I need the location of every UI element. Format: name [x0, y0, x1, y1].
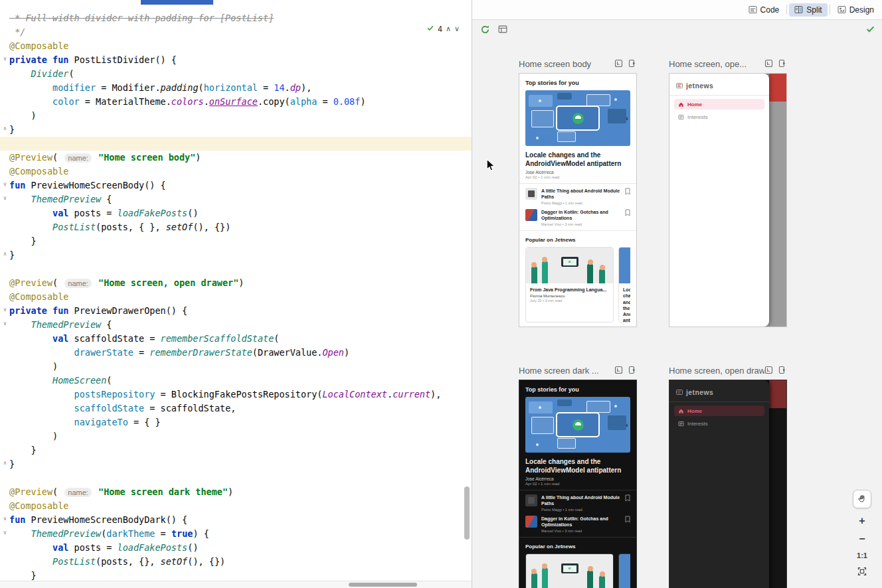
code-line: } [0, 234, 472, 248]
code-token: ThemedPreview [31, 319, 102, 330]
post-item[interactable]: Dagger in Kotlin: Gotchas and Optimizati… [525, 209, 630, 226]
preview-card[interactable]: Home screen bodyTop stories for you‹Loca… [519, 58, 637, 327]
code-token: . [285, 82, 290, 93]
fold-marker-icon[interactable]: ∨ [1, 56, 9, 62]
code-token: current [393, 389, 430, 400]
code-token: postsRepository [74, 389, 155, 400]
run-preview-icon[interactable] [628, 59, 637, 68]
popular-card[interactable]: «From Java Programming Langua...Florina … [525, 553, 614, 588]
fold-marker-icon[interactable]: ∨ [1, 530, 9, 536]
bookmark-icon[interactable] [625, 516, 630, 523]
horizontal-scrollbar[interactable] [0, 581, 472, 588]
build-refresh-icon[interactable] [480, 25, 490, 35]
decor [599, 269, 605, 283]
next-issue-icon[interactable]: ∨ [454, 25, 460, 33]
decor: « [561, 563, 578, 573]
decor [764, 59, 773, 68]
code-token: dp [290, 82, 301, 93]
code-token: val [52, 208, 74, 218]
fold-marker-icon[interactable]: ∨ [1, 321, 9, 327]
code-area[interactable]: * Full-width divider with padding for [P… [0, 0, 472, 581]
drawer-preview: jetnewsHomeInterests [669, 74, 786, 327]
preview-card[interactable]: Home screen, ope...jetnewsHomeInterests [669, 58, 787, 327]
pan-hand-icon[interactable] [853, 490, 871, 508]
preview-card[interactable]: Home screen dark ...Top stories for you‹… [519, 365, 637, 588]
prev-issue-icon[interactable]: ∧ [446, 25, 451, 33]
view-mode-split[interactable]: Split [789, 3, 827, 17]
interactive-preview-icon[interactable] [614, 366, 624, 375]
code-token: LocalContext [322, 389, 387, 400]
inspections-widget[interactable]: 4 ∧ ∨ [424, 23, 462, 35]
interactive-preview-icon[interactable] [614, 59, 624, 68]
drawer-item-home[interactable]: Home [674, 405, 764, 416]
fold-marker-icon[interactable]: ∨ [1, 195, 9, 201]
view-mode-code[interactable]: Code [743, 3, 785, 17]
layout-options-icon[interactable] [498, 25, 507, 34]
run-preview-icon[interactable] [778, 366, 787, 375]
fold-marker-icon[interactable]: ∧ [1, 251, 9, 257]
post-item[interactable]: A little Thing about Android Module Path… [525, 494, 630, 512]
zoom-out-button[interactable]: − [859, 534, 865, 544]
fold-marker-icon[interactable]: ∧ [1, 460, 9, 466]
run-preview-icon[interactable] [628, 366, 637, 375]
preview-card[interactable]: Home screen, open drawer dar...jetnewsHo… [669, 365, 787, 588]
decor [573, 113, 584, 124]
fold-marker-icon[interactable]: ∨ [1, 181, 9, 187]
bookmark-icon[interactable] [625, 209, 630, 216]
code-token: = { } [128, 417, 161, 427]
decor [542, 567, 548, 588]
code-editor[interactable]: * Full-width divider with padding for [P… [0, 0, 472, 588]
code-token: PreviewHomeScreenBodyDark() { [31, 514, 188, 525]
zoom-in-button[interactable]: + [859, 516, 865, 526]
decor [749, 5, 757, 14]
code-line: private fun PostListDivider() { [0, 53, 472, 67]
decor [838, 5, 846, 14]
code-line: * Full-width divider with padding for [P… [0, 11, 472, 25]
code-token [9, 417, 74, 427]
run-preview-icon[interactable] [778, 59, 787, 68]
popular-row: «From Java Programming Langua...Florina … [525, 553, 630, 588]
scrollbar-thumb[interactable] [349, 583, 417, 587]
compose-preview-panel: Home screen bodyTop stories for you‹Loca… [472, 20, 882, 588]
decor [677, 392, 681, 394]
divider [519, 537, 636, 538]
post-item[interactable]: A little Thing about Android Module Path… [525, 188, 630, 205]
code-token: @Composable [9, 291, 68, 302]
zoom-reset-button[interactable]: 1:1 [857, 551, 867, 559]
interactive-preview-icon[interactable] [764, 59, 774, 68]
drawer-item-interests[interactable]: Interests [674, 418, 764, 429]
fold-marker-icon[interactable]: ∨ [1, 516, 9, 522]
interactive-preview-icon[interactable] [764, 366, 774, 375]
code-token: Open [322, 347, 344, 358]
decor [628, 59, 636, 68]
decor [628, 366, 636, 374]
code-token: = [155, 528, 171, 539]
code-token: modifier [52, 82, 96, 93]
zoom-to-fit-icon[interactable] [857, 567, 867, 576]
view-mode-separator [830, 5, 830, 15]
fold-marker-icon[interactable]: ∧ [1, 125, 9, 131]
drawer-item-interests[interactable]: Interests [674, 111, 764, 122]
inlay-hint: name: [64, 279, 92, 288]
popular-card[interactable]: Locale changes and the AndroidViewModel … [618, 247, 630, 323]
code-token [93, 152, 98, 163]
decor: « [561, 257, 578, 267]
feed-preview: Top stories for you‹Locale changes and t… [519, 380, 636, 588]
bookmark-icon[interactable] [625, 188, 630, 195]
app-logo: jetnews [676, 388, 762, 396]
post-item[interactable]: Dagger in Kotlin: Gotchas and Optimizati… [525, 516, 630, 533]
view-mode-design[interactable]: Design [832, 3, 879, 17]
inlay-hint: name: [64, 488, 92, 497]
bookmark-icon[interactable] [625, 494, 630, 502]
popular-card[interactable]: Locale changes and the AndroidViewModel … [618, 553, 630, 588]
fold-marker-icon[interactable]: ∨ [1, 307, 9, 313]
drawer-item-home[interactable]: Home [674, 99, 764, 110]
decor [678, 408, 684, 414]
code-token: "Home screen, open drawer" [98, 277, 238, 288]
decor: ‹ [626, 421, 628, 429]
view-mode-label: Code [760, 5, 780, 15]
decor [587, 570, 593, 588]
decor: « [569, 566, 571, 571]
popular-card[interactable]: «From Java Programming Langua...Florina … [525, 247, 614, 323]
vertical-scrollbar[interactable] [464, 486, 470, 540]
